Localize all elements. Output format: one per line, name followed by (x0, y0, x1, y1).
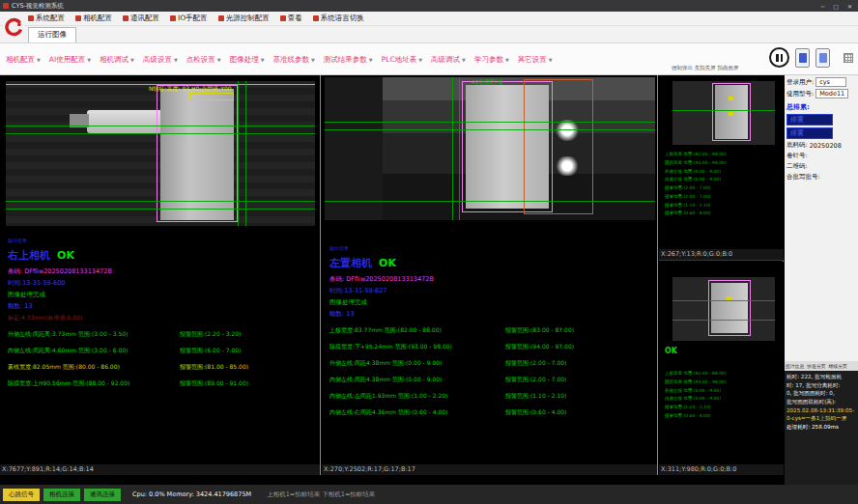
camera-tool-button-2[interactable] (815, 48, 830, 68)
measurement-row: 内侧左线:间距离:4.60mm 范围:(3.00 - 6.00) 报警范围:(6… (8, 347, 317, 355)
preview-panel-top: 上极宽度 范围:(82.00 - 88.00)隔膜宽度 范围:(93.00 - … (659, 75, 784, 261)
alarm-range: 报警范围:(6.00 - 7.00) (180, 347, 317, 355)
stats-line: 批写图图联耗时(高): (786, 398, 856, 406)
preview-result-line: 隔膜宽度 范围:(93.00 - 98.00) (665, 159, 782, 168)
toolbar-item[interactable]: 高级调试 ▼ (431, 55, 466, 65)
maximize-button[interactable]: ▢ (833, 3, 839, 10)
toolbar-item[interactable]: 高级设置 ▼ (143, 55, 178, 65)
toolbar-item-label: 基准线参数 (273, 55, 310, 65)
alarm-range: 报警范围:(81.00 - 85.00) (180, 363, 317, 372)
toolbar-item-label: 相机配置 (6, 55, 35, 65)
pixel-coordinates: X:270;Y:2502;R:17;G:17;B:17 (322, 464, 657, 475)
qrcode-label: 二维码: (786, 162, 808, 171)
camera-tool-button-1[interactable] (795, 48, 810, 68)
toolbar-item-label: 图像处理 (230, 55, 259, 65)
measurement-value: 外侧左线:间距4.38mm 范围:(0.00 - 9.00) (329, 359, 505, 368)
menu-item[interactable]: 相机配置 (75, 14, 112, 23)
measure-line (325, 201, 655, 202)
timestamp-text: 时间:13-31-59-627 (329, 287, 654, 295)
stats-tab[interactable]: 继续分页 (828, 363, 846, 369)
toolbar-item[interactable]: 其它设置 ▼ (518, 55, 553, 65)
app-icon (3, 3, 9, 9)
left-camera-image[interactable]: N特征:高度: 93.H0:合同值:Y00 (6, 81, 315, 226)
toolbar-item[interactable]: AI使用配置 ▼ (49, 55, 91, 65)
preview-result-line: 报警范围:(0.60 - 4.00) (665, 210, 782, 218)
tray-status-box: 排置 (786, 114, 833, 126)
measurement-row: 外侧左线:间距离:3.73mm 范围:(3.00 - 3.50) 报警范围:(2… (8, 330, 317, 339)
preview-result-line: 外侧左线 范围:(0.00 - 9.00) (665, 168, 782, 177)
alarm-range: 报警范围:(2.00 - 7.00) (505, 359, 654, 368)
barcode-text: 条码: DFfiiw2025020813313472B (329, 275, 654, 284)
stats-line: 0-cys=一条1上拍码一屏 (786, 414, 856, 423)
company-logo-icon (3, 13, 24, 41)
right-camera-panel: A1检测区域 输出结果 左置相机 OK 条码: DFfiiw2025020813… (322, 75, 658, 475)
alarm-range: 报警范围:(1.10 - 2.10) (505, 392, 654, 401)
menu-item-label: 通讯配置 (130, 14, 159, 23)
menu-item[interactable]: 系统语言切换 (313, 14, 364, 23)
toolbar-item[interactable]: 相机配置 ▼ (6, 55, 41, 65)
measure-line (672, 320, 775, 321)
measure-line (325, 129, 655, 130)
stats-tab[interactable]: 统计信息 (786, 363, 804, 369)
menu-item-icon (280, 15, 286, 21)
toolbar-item-label: PLC地址表 (382, 55, 416, 65)
pause-button[interactable] (769, 47, 789, 68)
tab-run-image[interactable]: 运行图像 (28, 27, 76, 42)
measurement-row: 内侧左线:间距4.38mm 范围:(0.00 - 9.00) 报警范围:(2.0… (329, 376, 654, 384)
stats-tab[interactable]: 快速分页 (807, 363, 825, 369)
chevron-down-icon: ▼ (505, 57, 509, 63)
chevron-down-icon: ▼ (174, 57, 178, 63)
toolbar-item[interactable]: 点检设置 ▼ (186, 55, 221, 65)
measurement-value: 内侧左线:间距4.38mm 范围:(0.00 - 9.00) (329, 376, 505, 384)
menu-item-icon (123, 15, 129, 21)
measurement-value: 上极宽度:83.77mm 范围:(82.00 - 88.00) (329, 326, 505, 335)
preview-camera-image-2[interactable] (672, 277, 775, 341)
toolbar-item[interactable]: PLC地址表 ▼ (382, 55, 422, 65)
stats-line: 0, 批写图图耗时: 0, (786, 389, 856, 398)
toolbar-item[interactable]: 测试结果参数 ▼ (324, 55, 373, 65)
output-result-label: 输出结果 (329, 245, 654, 251)
cpu-memory-text: Cpu: 0.0% Memory: 3424.41796875M (132, 490, 251, 498)
stats-line: 耗时: 222, 批写检测耗 (786, 373, 856, 381)
grid-icon[interactable] (844, 53, 853, 63)
camera-result-text: 上相机1=拍标结果 下相机1=拍标结果 (267, 490, 375, 499)
feature-outline-yellow (189, 93, 234, 100)
menu-item[interactable]: 通讯配置 (123, 14, 159, 23)
minimize-button[interactable]: ─ (821, 3, 825, 10)
preview-panel-bottom: OK 上极宽度 范围:(82.00 - 88.00)隔膜宽度 范围:(93.00… (659, 262, 784, 475)
measure-line (6, 126, 315, 126)
toolbar-item[interactable]: 学习参数 ▼ (474, 55, 509, 65)
toolbar-item[interactable]: 基准线参数 ▼ (273, 55, 315, 65)
menu-item[interactable]: 系统配置 (28, 14, 65, 23)
part-outline-magenta (708, 280, 751, 336)
measurement-value: 内侧左线:右间距4.36mm 范围:(0.60 - 4.00) (329, 408, 505, 417)
menu-item[interactable]: 查看 (280, 14, 302, 23)
process-status-text: 图像处理完成 (8, 291, 317, 299)
toolbar-item-label: 相机调试 (100, 55, 129, 65)
toolbar-item[interactable]: 图像处理 ▼ (230, 55, 265, 65)
menu-item-label: IO手配置 (178, 14, 208, 23)
measurement-value: 内侧左线:间距离:4.60mm 范围:(3.00 - 6.00) (8, 347, 180, 355)
right-camera-image[interactable]: A1检测区域 (325, 77, 655, 220)
count-text: 颗数: 13 (8, 302, 317, 311)
camera-result-name: 右上相机 (8, 249, 50, 262)
toolbar: 相机配置 ▼ AI使用配置 ▼ 相机调试 ▼ 高级设置 ▼ (0, 43, 858, 75)
menu-item[interactable]: 光源控制配置 (218, 14, 270, 23)
camera-icon (799, 53, 807, 63)
measure-line (238, 81, 239, 226)
alarm-range: 报警范围:(2.20 - 3.20) (180, 330, 317, 339)
toolbar-item[interactable]: 相机调试 ▼ (100, 55, 134, 65)
preview-camera-image-1[interactable] (672, 81, 775, 145)
model-value[interactable]: Mode11 (815, 89, 848, 98)
preview-result-line: 上极宽度 范围:(82.00 - 88.00) (665, 370, 782, 378)
chevron-down-icon: ▼ (462, 57, 466, 63)
shadow-area (325, 77, 383, 220)
chevron-down-icon: ▼ (418, 57, 422, 63)
measurement-value: 隔膜宽度:下+95.24mm 范围:(93.00 - 98.00) (329, 343, 505, 351)
menu-item[interactable]: IO手配置 (170, 14, 208, 23)
measure-line (452, 77, 453, 220)
needle-label: 卷针号: (786, 152, 808, 160)
close-button[interactable]: ✕ (847, 3, 852, 10)
user-value[interactable]: cys (815, 77, 846, 87)
tray-status-box: 排置 (786, 127, 833, 139)
